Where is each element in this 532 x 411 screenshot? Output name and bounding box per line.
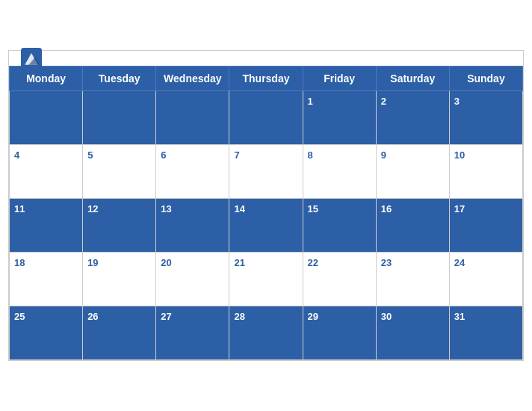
- date-number: 30: [381, 311, 392, 322]
- day-header-wednesday: Wednesday: [156, 67, 229, 91]
- date-number: 28: [234, 311, 244, 322]
- brand-icon: [21, 48, 42, 69]
- date-number: 12: [87, 203, 98, 214]
- date-number: 24: [454, 257, 465, 268]
- calendar-cell: 21: [229, 253, 303, 306]
- day-header-monday: Monday: [10, 67, 83, 91]
- date-number: 13: [161, 203, 171, 214]
- day-header-sunday: Sunday: [449, 67, 522, 91]
- date-number: 23: [381, 257, 392, 268]
- date-number: 2: [381, 96, 386, 107]
- calendar-cell: 3: [449, 91, 522, 145]
- calendar-cell: 28: [229, 306, 303, 360]
- calendar-cell: 31: [449, 306, 522, 360]
- calendar-cell: 10: [449, 145, 522, 199]
- calendar-cell: [83, 91, 156, 145]
- calendar-cell: 30: [376, 306, 449, 360]
- date-number: 4: [14, 149, 19, 161]
- date-number: 27: [161, 311, 171, 322]
- calendar-cell: 6: [156, 145, 229, 199]
- week-row-4: 18192021222324: [10, 253, 523, 306]
- date-number: 26: [87, 311, 98, 322]
- date-number: 25: [14, 311, 25, 322]
- calendar-cell: 5: [83, 145, 156, 199]
- date-number: 14: [234, 203, 244, 214]
- date-number: 19: [87, 257, 98, 268]
- calendar-cell: 4: [10, 145, 83, 199]
- calendar-cell: 15: [303, 199, 376, 253]
- calendar-cell: 14: [229, 199, 303, 253]
- week-row-3: 11121314151617: [10, 199, 523, 253]
- calendar-cell: 1: [303, 91, 376, 145]
- calendar-cell: 13: [156, 199, 229, 253]
- date-number: 31: [454, 311, 465, 322]
- day-header-friday: Friday: [303, 67, 376, 91]
- date-number: 16: [381, 203, 392, 214]
- date-number: 22: [308, 257, 318, 268]
- calendar-cell: 17: [449, 199, 522, 253]
- calendar-cell: 8: [303, 145, 376, 199]
- calendar-table: MondayTuesdayWednesdayThursdayFridaySatu…: [9, 66, 523, 360]
- calendar-cell: 18: [10, 253, 83, 306]
- calendar-cell: 22: [303, 253, 376, 306]
- calendar-cell: 11: [10, 199, 83, 253]
- calendar-cell: 19: [83, 253, 156, 306]
- date-number: 11: [14, 203, 25, 214]
- date-number: 20: [161, 257, 171, 268]
- date-number: 17: [454, 203, 465, 214]
- calendar-cell: [10, 91, 83, 145]
- brand-logo: [21, 48, 45, 69]
- date-number: 6: [161, 149, 166, 161]
- date-number: 21: [234, 257, 244, 268]
- date-number: 5: [87, 149, 93, 161]
- date-number: 29: [308, 311, 318, 322]
- date-number: 9: [381, 149, 386, 161]
- calendar-cell: [156, 91, 229, 145]
- calendar-cell: 27: [156, 306, 229, 360]
- calendar-cell: 16: [376, 199, 449, 253]
- calendar-cell: 20: [156, 253, 229, 306]
- date-number: 7: [234, 149, 239, 161]
- week-row-2: 45678910: [10, 145, 523, 199]
- week-row-5: 25262728293031: [10, 306, 523, 360]
- calendar-cell: [229, 91, 303, 145]
- day-header-thursday: Thursday: [229, 67, 303, 91]
- calendar-cell: 24: [449, 253, 522, 306]
- date-number: 3: [454, 96, 460, 107]
- calendar-cell: 25: [10, 306, 83, 360]
- date-number: 18: [14, 257, 25, 268]
- calendar-container: MondayTuesdayWednesdayThursdayFridaySatu…: [8, 50, 524, 361]
- calendar-cell: 23: [376, 253, 449, 306]
- date-number: 10: [454, 149, 465, 161]
- day-header-tuesday: Tuesday: [83, 67, 156, 91]
- calendar-cell: 26: [83, 306, 156, 360]
- calendar-cell: 9: [376, 145, 449, 199]
- calendar-cell: 12: [83, 199, 156, 253]
- calendar-cell: 7: [229, 145, 303, 199]
- date-number: 15: [308, 203, 318, 214]
- date-number: 8: [308, 149, 313, 161]
- calendar-cell: 2: [376, 91, 449, 145]
- day-headers-row: MondayTuesdayWednesdayThursdayFridaySatu…: [10, 67, 523, 91]
- day-header-saturday: Saturday: [376, 67, 449, 91]
- week-row-1: 123: [10, 91, 523, 145]
- calendar-header: [9, 51, 523, 66]
- calendar-cell: 29: [303, 306, 376, 360]
- date-number: 1: [308, 96, 313, 107]
